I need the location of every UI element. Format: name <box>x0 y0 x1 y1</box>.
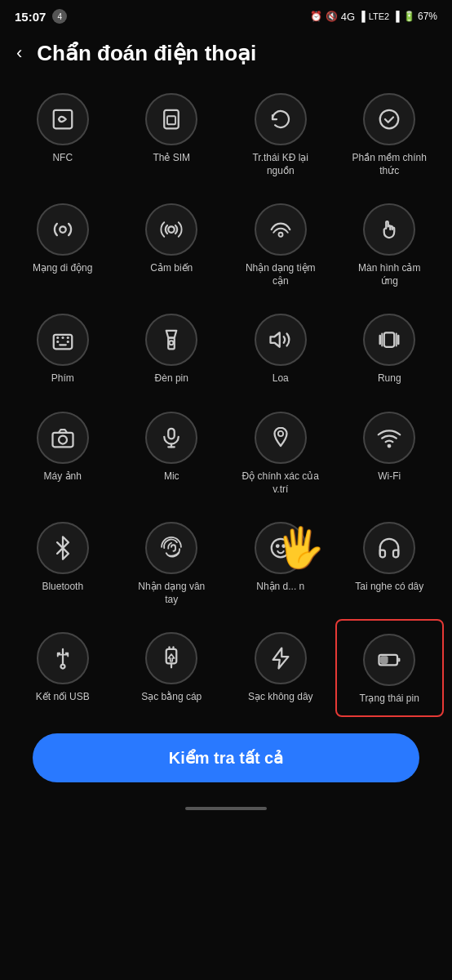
mic-label: Mic <box>164 470 179 483</box>
speaker-icon-circle <box>255 314 307 366</box>
svg-point-4 <box>60 226 66 233</box>
mute-icon: 🔇 <box>326 11 338 22</box>
grid-item-fingerprint[interactable]: Nhận dạng vân tay <box>117 509 227 616</box>
charge-cable-icon <box>159 646 184 670</box>
sensor-icon <box>159 217 184 242</box>
grid-item-flashlight[interactable]: Đèn pin <box>117 301 227 395</box>
keyboard-icon-circle <box>37 314 89 366</box>
restart-label: Tr.thái KĐ lại nguồn <box>240 152 321 177</box>
location-icon <box>268 425 293 450</box>
grid-item-touchscreen[interactable]: Màn hình cảm ứng <box>335 190 445 297</box>
svg-rect-2 <box>167 116 175 124</box>
flashlight-label: Đèn pin <box>155 372 188 385</box>
svg-point-31 <box>282 545 285 547</box>
grid-item-sensor[interactable]: Cảm biến <box>117 190 227 297</box>
svg-point-15 <box>170 341 174 345</box>
battery-status-icon-circle <box>363 634 415 686</box>
grid-item-software[interactable]: Phần mềm chính thức <box>335 80 445 187</box>
bluetooth-label: Bluetooth <box>42 581 83 594</box>
speaker-label: Loa <box>273 372 289 385</box>
wifi-label: Wi-Fi <box>378 470 401 483</box>
grid-item-wifi[interactable]: Wi-Fi <box>335 399 445 506</box>
page-title: Chẩn đoán điện thoại <box>37 41 256 66</box>
signal-icon: ▐ <box>358 11 366 22</box>
grid-item-bluetooth[interactable]: Bluetooth <box>8 509 117 616</box>
flashlight-icon-circle <box>145 314 197 366</box>
grid-item-keyboard[interactable]: Phím <box>8 301 117 395</box>
restart-icon-circle <box>255 93 307 145</box>
svg-point-3 <box>380 110 399 129</box>
headphones-icon-circle <box>363 522 415 574</box>
wired-headset-label: Tai nghe có dây <box>355 581 423 594</box>
flashlight-icon <box>159 327 184 352</box>
sensor-icon-circle <box>145 203 197 256</box>
svg-point-23 <box>59 435 67 443</box>
svg-point-32 <box>60 665 64 669</box>
page-header: ‹ Chẩn đoán điện thoại <box>0 29 452 80</box>
battery-status-label: Trạng thái pin <box>360 693 419 706</box>
bottom-area: Kiểm tra tất cả <box>0 717 452 807</box>
grid-item-wireless-charge[interactable]: Sạc không dây <box>226 619 335 717</box>
usb-icon-circle <box>37 632 89 684</box>
grid-item-camera[interactable]: Máy ảnh <box>8 399 117 506</box>
mobile-icon-circle <box>37 203 89 256</box>
status-bar: 15:07 4 ⏰ 🔇 4G ▐ LTE2 ▐ 🔋 67% <box>0 0 452 29</box>
proximity-icon-circle <box>255 203 307 256</box>
grid-item-vibration[interactable]: Rung <box>335 301 445 395</box>
grid-item-mic[interactable]: Mic <box>117 399 227 506</box>
svg-rect-35 <box>381 657 388 664</box>
grid-item-usb[interactable]: Kết nối USB <box>8 619 117 717</box>
svg-point-5 <box>169 226 175 233</box>
grid-item-proximity[interactable]: Nhận dạng tiệm cận <box>226 190 335 297</box>
diagnostic-grid: NFC Thẻ SIM Tr.thái KĐ lại nguồn <box>0 80 452 717</box>
grid-item-mobile[interactable]: Mạng di động <box>8 190 117 297</box>
battery-status-icon <box>377 648 401 672</box>
grid-item-location[interactable]: Độ chính xác của v.trí <box>226 399 335 506</box>
home-bar <box>185 807 267 810</box>
touchscreen-icon <box>377 217 401 242</box>
svg-rect-17 <box>384 333 395 348</box>
grid-item-face[interactable]: Nhận d... n 🖐 <box>226 509 335 616</box>
face-icon <box>268 536 293 560</box>
charge-cable-icon-circle <box>145 632 197 684</box>
usb-label: Kết nối USB <box>36 691 90 704</box>
grid-item-nfc[interactable]: NFC <box>8 80 117 187</box>
svg-rect-24 <box>169 429 175 439</box>
check-all-button[interactable]: Kiểm tra tất cả <box>33 733 419 782</box>
nfc-icon-circle <box>37 93 89 145</box>
status-time: 15:07 <box>15 10 46 24</box>
vibration-label: Rung <box>378 372 401 385</box>
keyboard-icon <box>51 327 75 352</box>
grid-item-restart[interactable]: Tr.thái KĐ lại nguồn <box>226 80 335 187</box>
touchscreen-label: Màn hình cảm ứng <box>348 262 430 287</box>
svg-rect-1 <box>165 110 179 129</box>
mic-icon <box>159 425 184 450</box>
camera-label: Máy ảnh <box>44 470 82 483</box>
proximity-label: Nhận dạng tiệm cận <box>240 262 321 287</box>
mic-icon-circle <box>145 412 197 464</box>
mobile-label: Mạng di động <box>33 262 92 275</box>
svg-point-6 <box>278 233 282 237</box>
usb-icon <box>51 646 75 670</box>
vibration-icon-circle <box>363 314 415 366</box>
grid-item-battery-status[interactable]: Trạng thái pin <box>335 619 445 717</box>
charge-cable-label: Sạc bằng cáp <box>141 691 202 704</box>
svg-point-30 <box>277 545 279 547</box>
battery-icon: 🔋 67% <box>403 11 437 22</box>
face-icon-circle <box>255 522 307 574</box>
wifi-icon <box>377 425 401 450</box>
sim-icon-circle <box>145 93 197 145</box>
speaker-icon <box>268 327 293 352</box>
grid-item-wired-headset[interactable]: Tai nghe có dây <box>335 509 445 616</box>
proximity-icon <box>268 217 293 242</box>
svg-point-29 <box>272 539 290 558</box>
home-indicator <box>0 807 452 818</box>
fingerprint-icon-circle <box>145 522 197 574</box>
back-button[interactable]: ‹ <box>10 39 29 67</box>
grid-item-charge-cable[interactable]: Sạc bằng cáp <box>117 619 227 717</box>
grid-item-sim[interactable]: Thẻ SIM <box>117 80 227 187</box>
software-icon <box>377 107 401 131</box>
wireless-charge-label: Sạc không dây <box>248 691 313 704</box>
svg-marker-16 <box>270 333 279 348</box>
grid-item-speaker[interactable]: Loa <box>226 301 335 395</box>
